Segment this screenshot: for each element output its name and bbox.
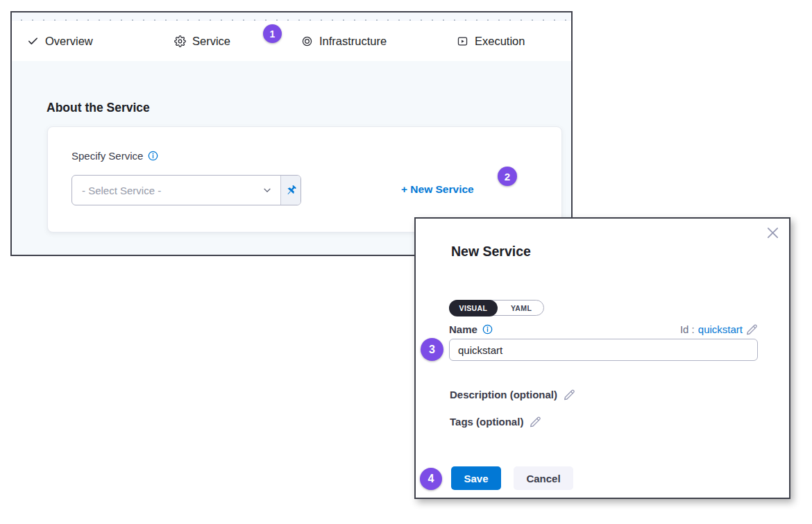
tags-label: Tags (optional) [450, 416, 523, 428]
step-badge-4: 4 [420, 468, 442, 490]
tab-infrastructure[interactable]: Infrastructure [301, 21, 387, 61]
tab-service-label: Service [192, 35, 230, 48]
step-badge-3: 3 [421, 338, 443, 361]
stage-tab-bar: Overview Service Infrastructure Executio… [12, 21, 571, 62]
service-id-value[interactable]: quickstart [698, 323, 743, 335]
modal-button-row: Save Cancel [451, 466, 573, 490]
new-service-modal: New Service VISUAL YAML Name Id : quicks… [414, 217, 790, 499]
edit-id-pencil-icon[interactable] [746, 323, 758, 335]
tags-row: Tags (optional) [450, 416, 541, 428]
tab-infrastructure-label: Infrastructure [319, 35, 387, 48]
specify-service-label-row: Specify Service [71, 150, 158, 162]
cancel-button[interactable]: Cancel [514, 466, 573, 490]
close-icon [766, 226, 780, 240]
edit-tags-pencil-icon[interactable] [530, 416, 541, 428]
tab-overview-label: Overview [45, 35, 93, 48]
id-prefix-label: Id : [680, 323, 695, 335]
info-icon[interactable] [482, 324, 493, 335]
description-row: Description (optional) [450, 389, 575, 400]
info-icon[interactable] [148, 151, 158, 161]
tab-overview[interactable]: Overview [27, 21, 93, 61]
tab-execution[interactable]: Execution [457, 21, 525, 61]
play-panel-icon [457, 35, 468, 47]
gear-icon [174, 35, 186, 47]
step-badge-1: 1 [263, 24, 282, 43]
pin-icon [285, 185, 297, 196]
toggle-visual[interactable]: VISUAL [449, 300, 498, 316]
double-circle-icon [301, 35, 313, 47]
tab-service[interactable]: Service [174, 21, 230, 61]
check-icon [27, 35, 39, 47]
name-label: Name [449, 323, 477, 335]
new-service-button[interactable]: + New Service [401, 183, 474, 196]
close-button[interactable] [765, 225, 780, 240]
description-label: Description (optional) [450, 389, 557, 400]
service-id-line: Id : quickstart [680, 323, 758, 335]
edit-description-pencil-icon[interactable] [564, 389, 575, 400]
pin-service-button[interactable] [280, 176, 301, 205]
tab-execution-label: Execution [475, 35, 525, 48]
name-label-row: Name Id : quickstart [449, 323, 758, 335]
specify-service-label: Specify Service [71, 150, 143, 162]
section-heading: About the Service [46, 101, 150, 115]
chevron-down-icon [262, 185, 272, 195]
service-select-value: - Select Service - [82, 185, 161, 196]
modal-title: New Service [451, 244, 531, 260]
save-button[interactable]: Save [451, 466, 501, 490]
pipeline-canvas-dotted-strip [12, 12, 571, 21]
service-select[interactable]: - Select Service - [72, 176, 280, 205]
service-name-input[interactable] [449, 339, 758, 361]
toggle-yaml[interactable]: YAML [499, 304, 543, 312]
service-select-group: - Select Service - [71, 175, 301, 205]
visual-yaml-toggle: VISUAL YAML [449, 300, 544, 316]
step-badge-2: 2 [498, 167, 517, 186]
